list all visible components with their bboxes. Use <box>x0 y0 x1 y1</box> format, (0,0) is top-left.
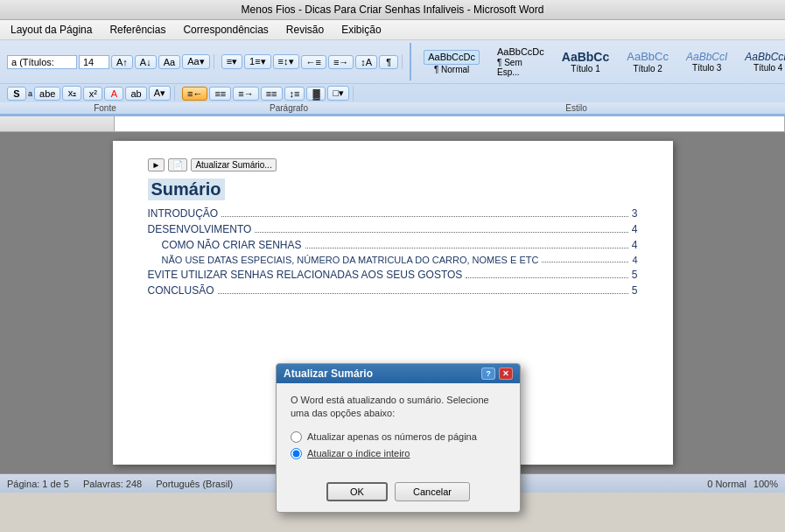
menu-layout[interactable]: Layout da Página <box>4 22 99 38</box>
font-group: A↑ A↓ Aa Aa▾ <box>4 54 214 69</box>
shading-btn[interactable]: ▓ <box>306 87 326 101</box>
ruler <box>0 116 785 132</box>
bold-btn[interactable]: S <box>7 87 26 101</box>
radio-full-index-label: Atualizar o índice inteiro <box>307 448 410 458</box>
style-h3-label: Título 3 <box>692 63 721 73</box>
style-heading3[interactable]: AaBbCcI Título 3 <box>681 49 732 74</box>
font-grow-btn[interactable]: A↑ <box>111 55 133 69</box>
font-color-btn[interactable]: A <box>104 87 123 101</box>
toc-text-5: CONCLUSÃO <box>148 284 214 297</box>
indent-dec-btn[interactable]: ←≡ <box>301 55 326 69</box>
font-bg-btn[interactable]: A▾ <box>149 86 171 101</box>
dialog-close-btn[interactable]: ✕ <box>499 368 513 380</box>
status-zoom: 100% <box>753 479 778 489</box>
style-h4-preview: AaBbCcD <box>745 51 785 63</box>
toc-text-4: EVITE UTILIZAR SENHAS RELACIONADAS AOS S… <box>148 269 463 281</box>
toc-dots-1 <box>255 223 627 233</box>
menu-referencias[interactable]: Referências <box>102 22 172 38</box>
style-no-space[interactable]: AaBbCcDc ¶ Sem Esp... <box>492 45 550 79</box>
label-fonte: Fonte <box>0 102 210 114</box>
ribbon-row1: A↑ A↓ Aa Aa▾ ≡▾ 1≡▾ ≡↕▾ ←≡ ≡→ ↕A ¶ AaBbC… <box>0 40 785 84</box>
font-size-selector[interactable] <box>79 55 109 69</box>
style-heading1[interactable]: AaBbCc Título 1 <box>557 48 614 76</box>
title-bar: Menos Fios - Dicas Para Criar Senhas Inf… <box>0 0 785 20</box>
dialog-body-text: O Word está atualizando o sumário. Selec… <box>291 394 506 421</box>
dialog-ok-btn[interactable]: OK <box>326 482 388 501</box>
border-btn[interactable]: □▾ <box>327 86 349 101</box>
superscript-btn[interactable]: x² <box>83 87 102 101</box>
dialog-footer: OK Cancelar <box>277 475 520 512</box>
toc-entry-1: DESENVOLVIMENTO 4 <box>148 223 638 235</box>
toc-page-0: 3 <box>632 207 638 220</box>
sort-btn[interactable]: ↕A <box>355 55 377 69</box>
style-heading2[interactable]: AaBbCc Título 2 <box>621 48 674 75</box>
style-normal-label: ¶ Normal <box>434 65 469 74</box>
style-h3-preview: AaBbCcI <box>686 51 727 63</box>
toc-page-1: 4 <box>632 223 638 235</box>
strikethrough-btn[interactable]: abe <box>34 87 60 101</box>
toc-text-0: INTRODUÇÃO <box>148 207 219 220</box>
align-group: ≡← ≡≡ ≡→ ≡≡ ↕≡ ▓ □▾ <box>179 86 354 101</box>
indent-inc-btn[interactable]: ≡→ <box>328 55 354 69</box>
number-list-btn[interactable]: 1≡▾ <box>244 54 271 69</box>
font-shrink-btn[interactable]: A↓ <box>135 55 157 69</box>
label-estilo: Estilo <box>368 102 785 114</box>
toc-entry-3: NÃO USE DATAS ESPECIAIS, NÚMERO DA MATRI… <box>148 255 638 265</box>
multi-list-btn[interactable]: ≡↕▾ <box>273 54 299 69</box>
clear-format-btn[interactable]: Aa <box>158 55 180 69</box>
toc-page-5: 5 <box>632 284 638 297</box>
style-nospace-preview: AaBbCcDc <box>497 46 544 58</box>
style-h2-preview: AaBbCc <box>627 50 669 64</box>
radio-option-2: Atualizar o índice inteiro <box>291 448 506 459</box>
toc-nav-btn2[interactable]: 📄 <box>168 158 187 172</box>
style-h2-label: Título 2 <box>633 64 662 74</box>
toc-page-4: 5 <box>632 269 638 281</box>
label-paragrafo: Parágrafo <box>210 102 368 114</box>
status-word-count: Palavras: 248 <box>83 479 142 489</box>
style-heading4[interactable]: AaBbCcD Título 4 <box>739 49 785 74</box>
dialog-cancel-btn[interactable]: Cancelar <box>395 482 470 501</box>
radio-option-1: Atualizar apenas os números de página <box>291 431 506 443</box>
toc-nav-btn1[interactable]: ► <box>148 158 165 172</box>
align-center-btn[interactable]: ≡≡ <box>209 87 231 101</box>
align-justify-btn[interactable]: ≡≡ <box>261 87 283 101</box>
style-h1-label: Título 1 <box>571 64 599 74</box>
toc-dots-2 <box>305 239 628 248</box>
toc-title: Sumário <box>148 178 225 200</box>
style-normal[interactable]: AaBbCcDc ¶ Normal <box>418 48 485 76</box>
font-selector[interactable] <box>7 55 77 69</box>
subscript-btn[interactable]: x₂ <box>62 86 81 101</box>
style-h1-preview: AaBbCc <box>562 50 609 65</box>
list-group: ≡▾ 1≡▾ ≡↕▾ ←≡ ≡→ ↕A ¶ <box>218 54 403 69</box>
toc-dots-4 <box>466 269 627 278</box>
align-right-btn[interactable]: ≡→ <box>233 87 258 101</box>
ribbon-row2: S a abe x₂ x² A ab A▾ ≡← ≡≡ ≡→ ≡≡ ↕≡ ▓ □… <box>0 84 785 102</box>
ruler-scale <box>114 116 785 131</box>
highlight-btn[interactable]: ab <box>125 87 146 101</box>
toc-entry-4: EVITE UTILIZAR SENHAS RELACIONADAS AOS S… <box>148 269 638 281</box>
toc-toolbar: ► 📄 Atualizar Sumário... <box>148 158 638 172</box>
update-toc-btn[interactable]: Atualizar Sumário... <box>191 158 276 172</box>
radio-page-numbers[interactable] <box>291 431 302 443</box>
menu-revisao[interactable]: Revisão <box>279 22 331 38</box>
menu-exibicao[interactable]: Exibição <box>334 22 388 38</box>
pilcrow-btn[interactable]: ¶ <box>379 55 398 69</box>
menu-correspondencias[interactable]: Correspondências <box>176 22 275 38</box>
dialog-title: Atualizar Sumário <box>284 368 373 380</box>
align-left-btn[interactable]: ≡← <box>182 87 207 101</box>
line-spacing-btn[interactable]: ↕≡ <box>284 87 305 101</box>
toc-entry-5: CONCLUSÃO 5 <box>148 284 638 297</box>
radio-full-index[interactable] <box>291 448 302 459</box>
dialog-body: O Word está atualizando o sumário. Selec… <box>277 383 520 475</box>
dialog-help-btn[interactable]: ? <box>481 368 495 380</box>
dialog-controls: ? ✕ <box>481 368 513 380</box>
toc-text-3: NÃO USE DATAS ESPECIAIS, NÚMERO DA MATRI… <box>162 255 539 265</box>
font-special-btn[interactable]: Aa▾ <box>182 54 209 69</box>
status-page-info: Página: 1 de 5 <box>7 479 69 489</box>
ribbon: A↑ A↓ Aa Aa▾ ≡▾ 1≡▾ ≡↕▾ ←≡ ≡→ ↕A ¶ AaBbC… <box>0 40 785 116</box>
toc-entry-2: COMO NÃO CRIAR SENHAS 4 <box>148 239 638 251</box>
menu-bar: Layout da Página Referências Correspondê… <box>0 20 785 40</box>
style-nospace-label: ¶ Sem Esp... <box>497 58 544 77</box>
bullet-list-btn[interactable]: ≡▾ <box>221 54 242 69</box>
status-language: Português (Brasil) <box>156 479 233 489</box>
